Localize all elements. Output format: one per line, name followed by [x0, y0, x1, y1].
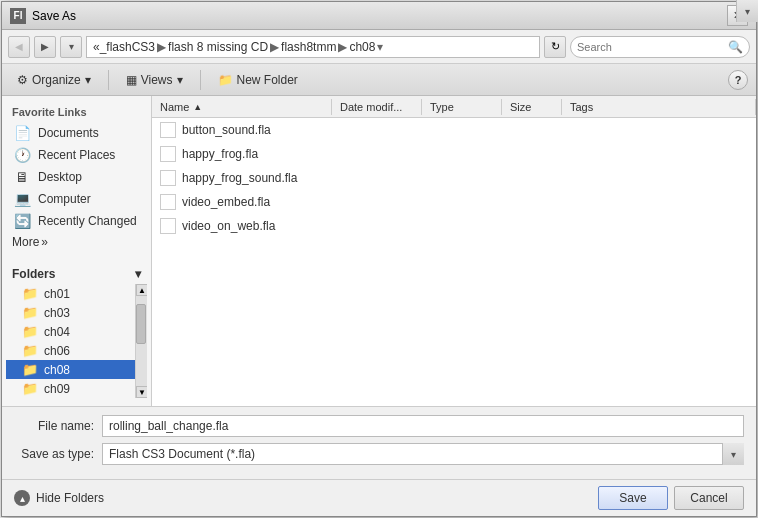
search-input[interactable]: [577, 41, 724, 53]
file-row-3[interactable]: video_embed.fla: [152, 190, 756, 214]
refresh-button[interactable]: ↻: [544, 36, 566, 58]
help-button[interactable]: ?: [728, 70, 748, 90]
favorite-links-title: Favorite Links: [6, 104, 147, 122]
dropdown-button[interactable]: ▾: [60, 36, 82, 58]
folder-ch03[interactable]: 📁 ch03: [6, 303, 147, 322]
folder-ch08[interactable]: 📁 ch08: [6, 360, 147, 379]
sidebar-item-desktop-label: Desktop: [38, 170, 82, 184]
file-name-input[interactable]: [102, 415, 744, 437]
folder-ch09[interactable]: 📁 ch09: [6, 379, 147, 398]
file-size-3: [502, 200, 562, 204]
folders-header[interactable]: Folders ▾: [6, 264, 147, 284]
sep-4: ▾: [377, 40, 383, 54]
folders-scrollbar[interactable]: ▲ ▼: [135, 284, 147, 398]
new-folder-label: New Folder: [237, 73, 298, 87]
col-header-name[interactable]: Name ▲: [152, 99, 332, 115]
new-folder-icon: 📁: [218, 73, 233, 87]
file-row-4[interactable]: video_on_web.fla: [152, 214, 756, 238]
file-type-3: [422, 200, 502, 204]
title-bar: Fl Save As ✕: [2, 2, 756, 30]
save-as-type-label: Save as type:: [14, 447, 94, 461]
scroll-down[interactable]: ▼: [136, 386, 147, 398]
file-name-dropdown[interactable]: ▾: [736, 0, 758, 22]
cancel-button[interactable]: Cancel: [674, 486, 744, 510]
folder-ch04[interactable]: 📁 ch04: [6, 322, 147, 341]
col-header-tags[interactable]: Tags: [562, 99, 756, 115]
address-bar: ◀ ▶ ▾ «_flashCS3 ▶ flash 8 missing CD ▶ …: [2, 30, 756, 64]
search-box: 🔍: [570, 36, 750, 58]
folder-ch08-label: ch08: [44, 363, 70, 377]
file-icon-2: [160, 170, 176, 186]
col-header-date[interactable]: Date modif...: [332, 99, 422, 115]
views-button[interactable]: ▦ Views ▾: [119, 70, 190, 90]
recent-places-icon: 🕐: [12, 147, 32, 163]
save-as-type-dropdown-arrow[interactable]: ▾: [722, 443, 744, 465]
folder-ch06[interactable]: 📁 ch06: [6, 341, 147, 360]
col-header-type[interactable]: Type: [422, 99, 502, 115]
address-path[interactable]: «_flashCS3 ▶ flash 8 missing CD ▶ flash8…: [86, 36, 540, 58]
file-icon-1: [160, 146, 176, 162]
action-buttons: Save Cancel: [598, 486, 744, 510]
sort-indicator: ▲: [193, 102, 202, 112]
file-name-4: video_on_web.fla: [152, 216, 332, 236]
views-label: Views: [141, 73, 173, 87]
main-content: Favorite Links 📄 Documents 🕐 Recent Plac…: [2, 96, 756, 406]
forward-button[interactable]: ▶: [34, 36, 56, 58]
separator-2: [200, 70, 201, 90]
action-bar: ▴ Hide Folders Save Cancel: [2, 479, 756, 516]
file-date-2: [332, 176, 422, 180]
file-row-1[interactable]: happy_frog.fla: [152, 142, 756, 166]
dialog-title: Save As: [32, 9, 727, 23]
sidebar-item-documents-label: Documents: [38, 126, 99, 140]
sidebar-item-desktop[interactable]: 🖥 Desktop: [6, 166, 147, 188]
computer-icon: 💻: [12, 191, 32, 207]
sep-1: ▶: [157, 40, 166, 54]
views-icon: ▦: [126, 73, 137, 87]
file-name-1: happy_frog.fla: [152, 144, 332, 164]
file-name-row: File name: ▾: [14, 415, 744, 437]
sidebar-item-recently-changed[interactable]: 🔄 Recently Changed: [6, 210, 147, 232]
organize-button[interactable]: ⚙ Organize ▾: [10, 70, 98, 90]
file-list: button_sound.fla happy_frog.fla: [152, 118, 756, 406]
file-row-0[interactable]: button_sound.fla: [152, 118, 756, 142]
sidebar-item-documents[interactable]: 📄 Documents: [6, 122, 147, 144]
more-icon: »: [41, 235, 48, 249]
folders-arrow: ▾: [135, 267, 141, 281]
organize-icon: ⚙: [17, 73, 28, 87]
save-as-dialog: Fl Save As ✕ ◀ ▶ ▾ «_flashCS3 ▶ flash 8 …: [1, 1, 757, 517]
file-type-0: [422, 128, 502, 132]
separator-1: [108, 70, 109, 90]
path-part-4: ch08: [349, 40, 375, 54]
file-tags-0: [562, 128, 756, 132]
save-as-type-display[interactable]: Flash CS3 Document (*.fla): [102, 443, 744, 465]
folders-list: 📁 ch01 📁 ch03 📁 ch04 📁 ch06: [6, 284, 147, 398]
desktop-icon: 🖥: [12, 169, 32, 185]
folder-ch03-label: ch03: [44, 306, 70, 320]
folder-ch01[interactable]: 📁 ch01: [6, 284, 147, 303]
back-button[interactable]: ◀: [8, 36, 30, 58]
file-list-area: Name ▲ Date modif... Type Size Tags: [152, 96, 756, 406]
file-row-2[interactable]: happy_frog_sound.fla: [152, 166, 756, 190]
path-part-3: flash8tmm: [281, 40, 336, 54]
file-name-label: File name:: [14, 419, 94, 433]
search-icon[interactable]: 🔍: [728, 40, 743, 54]
sidebar-item-computer[interactable]: 💻 Computer: [6, 188, 147, 210]
bottom-form: File name: ▾ Save as type: Flash CS3 Doc…: [2, 406, 756, 479]
scroll-thumb[interactable]: [136, 304, 146, 344]
new-folder-button[interactable]: 📁 New Folder: [211, 70, 305, 90]
file-date-1: [332, 152, 422, 156]
sidebar-more[interactable]: More »: [6, 232, 147, 252]
sep-3: ▶: [338, 40, 347, 54]
more-label: More: [12, 235, 39, 249]
sidebar-item-recent-places[interactable]: 🕐 Recent Places: [6, 144, 147, 166]
col-header-size[interactable]: Size: [502, 99, 562, 115]
file-date-3: [332, 200, 422, 204]
scroll-up[interactable]: ▲: [136, 284, 147, 296]
path-part-1: «_flashCS3: [93, 40, 155, 54]
file-list-header: Name ▲ Date modif... Type Size Tags: [152, 96, 756, 118]
folder-icon-ch01: 📁: [22, 286, 38, 301]
views-arrow: ▾: [177, 73, 183, 87]
hide-folders-button[interactable]: ▴ Hide Folders: [14, 490, 104, 506]
sidebar-item-recent-places-label: Recent Places: [38, 148, 115, 162]
save-button[interactable]: Save: [598, 486, 668, 510]
